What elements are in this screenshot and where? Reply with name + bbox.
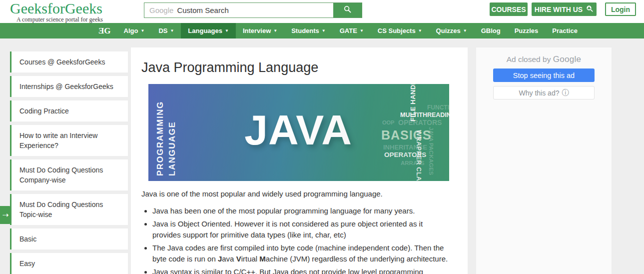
search-placeholder: Custom Search [177, 6, 228, 14]
banner-java-wordmark: JAVA [218, 104, 378, 156]
banner-word-wrapper-classes: WRAPPER CLASSES [415, 130, 423, 181]
banner-word-inheritance: INHERITANCE [383, 144, 427, 151]
left-sidebar: Courses @ GeeksforGeeks Internships @ Ge… [10, 52, 128, 274]
ad-closed-text: Ad closed by Google [476, 54, 612, 64]
sidebar-item-internships[interactable]: Internships @ GeeksforGeeks [10, 76, 128, 97]
arrow-right-icon: ⇢ [2, 210, 9, 220]
site-header: GeeksforGeeks A computer science portal … [0, 0, 644, 23]
intro-paragraph: Java is one of the most popular and wide… [141, 190, 468, 198]
banner-word-functions: FUNCTIONS [427, 104, 449, 111]
list-item: The Java codes are first compiled into b… [152, 242, 452, 265]
chevron-down-icon: ▼ [463, 28, 467, 34]
chevron-down-icon: ▼ [273, 28, 277, 34]
article-panel: Java Programming Language PROGRAMMING LA… [131, 48, 468, 274]
login-button[interactable]: Login [605, 2, 636, 16]
courses-button-label: COURSES [491, 6, 526, 14]
list-item: Java is Object Oriented. However it is n… [152, 218, 452, 241]
feature-list: Java has been one of the most popular pr… [141, 206, 452, 274]
sidebar-item-mustdo-topic[interactable]: Must Do Coding Questions Topic-wise [10, 194, 128, 225]
why-this-ad-button[interactable]: Why this ad? ⓘ [493, 86, 595, 100]
sidebar-item-courses[interactable]: Courses @ GeeksforGeeks [10, 52, 128, 72]
search-box: Google Custom Search [144, 2, 362, 18]
banner-side-text: PROGRAMMING LANGUAGE [154, 86, 178, 176]
hire-with-us-button[interactable]: HIRE WITH US [532, 2, 597, 16]
stop-seeing-ad-button[interactable]: Stop seeing this ad [493, 68, 595, 82]
google-brand-label: Google [553, 54, 582, 64]
page-title: Java Programming Language [141, 60, 468, 76]
chevron-down-icon: ▼ [322, 28, 326, 34]
chevron-down-icon: ▼ [418, 28, 422, 34]
list-item: Java has been one of the most popular pr… [152, 206, 452, 217]
search-button[interactable] [333, 3, 362, 18]
banner-word-oop: OOP [382, 120, 394, 126]
sidebar-item-mustdo-company[interactable]: Must Do Coding Questions Company-wise [10, 160, 128, 190]
sidebar-item-interview-experience[interactable]: How to write an Interview Experience? [10, 125, 128, 156]
logo-tagline: A computer science portal for geeks [16, 16, 103, 22]
sidebar-item-coding-practice[interactable]: Coding Practice [10, 100, 128, 122]
nav-item-puzzles[interactable]: Puzzles [508, 23, 546, 38]
nav-item-practice[interactable]: Practice [545, 23, 585, 38]
sidebar-expand-tab[interactable]: ⇢ [0, 206, 11, 224]
nav-item-students[interactable]: Students▼ [284, 23, 333, 38]
chevron-down-icon: ▼ [140, 28, 144, 34]
nav-item-gblog[interactable]: GBlog [474, 23, 508, 38]
nav-item-algo[interactable]: Algo▼ [117, 23, 152, 38]
banner-word-operators-bold: OPERATORS [384, 151, 426, 158]
nav-item-languages[interactable]: Languages▼ [181, 23, 236, 38]
list-item: Java syntax is similar to C/C++. But Jav… [152, 266, 452, 274]
person-search-icon [586, 4, 594, 14]
chevron-down-icon: ▼ [170, 28, 174, 34]
chevron-down-icon: ▼ [360, 28, 364, 34]
search-brand-label: Google [149, 6, 173, 14]
gfg-monogram-icon[interactable]: ƎG [92, 23, 117, 38]
nav-item-ds[interactable]: DS▼ [151, 23, 181, 38]
banner-word-basics: BASICS [381, 128, 431, 142]
nav-item-cs-subjects[interactable]: CS Subjects▼ [371, 23, 429, 38]
nav-item-gate[interactable]: GATE▼ [333, 23, 371, 38]
banner-word-multithreading: MULTITHREADING [400, 112, 449, 118]
chevron-down-icon: ▼ [225, 28, 229, 34]
banner-word-file-handling: FILE HANDLING [409, 84, 417, 122]
main-navbar: ƎG Algo▼ DS▼ Languages▼ Interview▼ Stude… [0, 23, 644, 38]
java-banner-image: PROGRAMMING LANGUAGE JAVA FILE HANDLING … [148, 84, 449, 181]
search-input[interactable]: Google Custom Search [144, 3, 333, 18]
nav-item-quizzes[interactable]: Quizzes▼ [429, 23, 474, 38]
courses-button[interactable]: COURSES [490, 2, 528, 16]
hire-with-us-label: HIRE WITH US [535, 6, 583, 14]
banner-word-operators-outline: OPERATORS [398, 118, 442, 126]
login-button-label: Login [611, 6, 630, 14]
banner-word-arrays: ARRAYS [401, 160, 425, 166]
info-icon: ⓘ [562, 88, 569, 98]
sidebar-item-basic[interactable]: Basic [10, 228, 128, 250]
search-icon [343, 5, 352, 16]
nav-item-interview[interactable]: Interview▼ [236, 23, 284, 38]
logo-title[interactable]: GeeksforGeeks [10, 0, 103, 16]
page: GeeksforGeeks A computer science portal … [0, 0, 644, 274]
sidebar-item-easy[interactable]: Easy [10, 253, 128, 274]
banner-word-java-packages: JAVA PACKAGES [428, 127, 434, 181]
google-ad-panel: Ad closed by Google Stop seeing this ad … [476, 48, 612, 274]
site-logo[interactable]: GeeksforGeeks A computer science portal … [10, 0, 103, 22]
